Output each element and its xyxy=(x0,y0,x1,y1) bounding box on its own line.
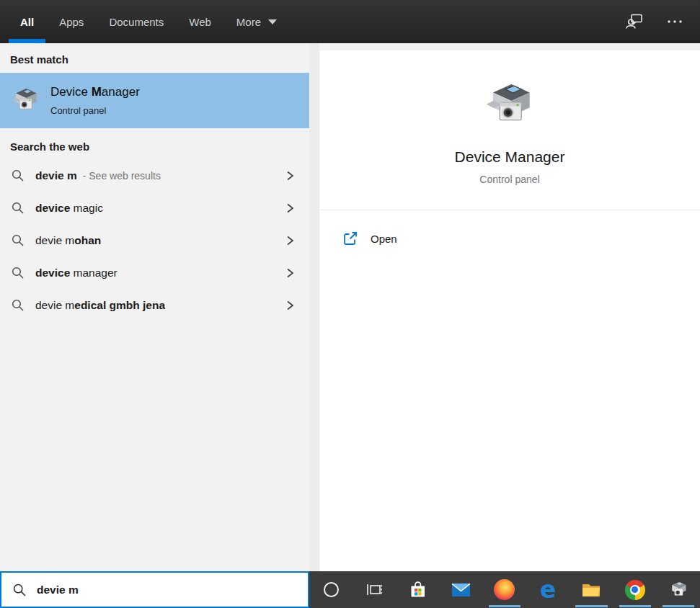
web-suggestion-device-magic[interactable]: device magic xyxy=(0,192,309,224)
preview-card: Device Manager Control panel Open xyxy=(319,50,700,571)
search-icon xyxy=(12,267,24,279)
chrome-icon xyxy=(625,580,645,600)
device-manager-icon xyxy=(668,580,688,600)
microsoft-store-icon xyxy=(408,580,427,599)
tab-more[interactable]: More xyxy=(225,0,288,43)
feedback-icon[interactable] xyxy=(625,12,644,31)
web-suggestion-device-manager[interactable]: device manager xyxy=(0,256,309,289)
search-icon xyxy=(13,584,26,596)
tab-documents[interactable]: Documents xyxy=(97,0,175,43)
taskbar-edge-button[interactable]: e xyxy=(526,571,570,608)
search-icon xyxy=(12,202,24,214)
preview-panel: Device Manager Control panel Open xyxy=(319,43,700,571)
suggestion-text: devie medical gmbh jena xyxy=(35,299,165,312)
best-match-subtitle: Control panel xyxy=(50,105,140,116)
file-explorer-icon xyxy=(581,581,601,599)
tab-all-label: All xyxy=(20,16,34,28)
tab-apps-label: Apps xyxy=(59,16,84,28)
results-panel: Best match Device Manager Control panel … xyxy=(0,43,309,571)
ellipsis-icon[interactable] xyxy=(665,12,684,31)
search-header: All Apps Documents Web More xyxy=(0,0,700,43)
suggestion-text: device magic xyxy=(35,202,103,215)
search-input[interactable] xyxy=(37,584,301,596)
device-manager-icon xyxy=(10,86,40,116)
tab-web[interactable]: Web xyxy=(177,0,223,43)
taskbar-device-manager-button[interactable] xyxy=(657,571,700,608)
taskbar-chrome-button[interactable] xyxy=(613,571,657,608)
taskbar-search-box[interactable] xyxy=(0,571,309,608)
panel-divider xyxy=(309,43,319,571)
open-action-label: Open xyxy=(371,233,397,245)
device-manager-icon xyxy=(483,79,536,133)
search-icon xyxy=(12,299,24,311)
chevron-right-icon[interactable] xyxy=(286,268,295,278)
chevron-right-icon[interactable] xyxy=(286,203,295,213)
taskbar-mail-button[interactable] xyxy=(440,571,483,608)
launch-icon xyxy=(342,231,358,246)
best-match-section-label: Best match xyxy=(0,43,309,73)
chevron-right-icon[interactable] xyxy=(286,171,295,181)
dropdown-arrow-icon xyxy=(268,19,277,24)
taskbar-cortana-button[interactable] xyxy=(309,571,353,608)
preview-title: Device Manager xyxy=(455,148,565,166)
edge-icon: e xyxy=(540,579,556,600)
tab-web-label: Web xyxy=(189,16,211,28)
search-the-web-section-label: Search the web xyxy=(0,128,309,159)
taskbar-firefox-button[interactable] xyxy=(483,571,526,608)
best-match-title: Device Manager xyxy=(50,85,140,99)
tab-apps[interactable]: Apps xyxy=(48,0,95,43)
taskbar-task-view-button[interactable] xyxy=(353,571,396,608)
taskbar-microsoft-store-button[interactable] xyxy=(396,571,439,608)
taskbar-file-explorer-button[interactable] xyxy=(570,571,613,608)
firefox-icon xyxy=(494,579,515,600)
task-view-icon xyxy=(365,581,384,599)
preview-subtitle: Control panel xyxy=(479,174,539,185)
cortana-icon xyxy=(324,582,339,597)
suggestion-text: device manager xyxy=(35,267,118,280)
suggestion-text: devie m- See web results xyxy=(35,169,161,182)
suggestion-text: devie mohan xyxy=(35,234,101,247)
web-suggestion-devie-mohan[interactable]: devie mohan xyxy=(0,224,309,256)
best-match-result[interactable]: Device Manager Control panel xyxy=(0,73,309,128)
web-suggestion-devie-m[interactable]: devie m- See web results xyxy=(0,159,309,192)
open-action[interactable]: Open xyxy=(319,210,700,246)
taskbar: e xyxy=(309,571,700,608)
mail-icon xyxy=(451,581,471,599)
web-suggestion-devie-medical[interactable]: devie medical gmbh jena xyxy=(0,289,309,321)
tab-all[interactable]: All xyxy=(9,0,45,43)
see-web-results-hint: - See web results xyxy=(83,170,161,182)
search-icon xyxy=(12,169,24,182)
tab-documents-label: Documents xyxy=(109,16,164,28)
tab-more-label: More xyxy=(236,16,261,28)
chevron-right-icon[interactable] xyxy=(286,300,295,310)
chevron-right-icon[interactable] xyxy=(286,236,295,246)
search-icon xyxy=(12,234,24,246)
